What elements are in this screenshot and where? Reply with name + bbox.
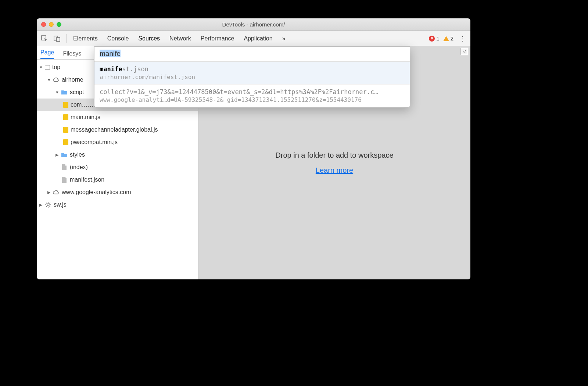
error-count: 1 <box>436 35 439 42</box>
tree-node-file[interactable]: main.min.js <box>37 111 198 124</box>
js-file-icon <box>63 102 68 108</box>
js-file-icon <box>63 127 68 133</box>
tree-label: top <box>52 64 60 71</box>
maximize-window-button[interactable] <box>57 22 61 27</box>
titlebar: DevTools - airhorner.com/ <box>37 18 470 31</box>
svg-line-9 <box>50 206 50 207</box>
tabs-overflow-icon[interactable]: » <box>282 35 286 42</box>
js-file-icon <box>63 114 68 120</box>
cloud-icon <box>53 76 60 83</box>
kebab-menu-icon[interactable]: ⋮ <box>457 33 468 44</box>
tab-network[interactable]: Network <box>169 35 191 42</box>
tree-node-sw[interactable]: sw.js <box>37 199 198 211</box>
caret-icon[interactable] <box>47 78 51 82</box>
tree-label: sw.js <box>54 201 67 208</box>
tab-sources[interactable]: Sources <box>138 35 160 42</box>
window-title: DevTools - airhorner.com/ <box>37 21 470 28</box>
devtools-toolbar: Elements Console Sources Network Perform… <box>37 31 470 46</box>
tab-elements[interactable]: Elements <box>73 35 98 42</box>
caret-icon[interactable] <box>55 153 59 157</box>
result-filename: collect?v=1&_v=j73&a=1244478500&t=event&… <box>100 88 378 96</box>
open-file-result[interactable]: manifest.json airhorner.com/manifest.jso… <box>94 62 410 85</box>
traffic-lights <box>41 22 61 27</box>
tree-label: airhorne <box>62 76 83 83</box>
tab-application[interactable]: Application <box>244 35 272 42</box>
open-file-dialog: manife manifest.json airhorner.com/manif… <box>94 46 410 108</box>
open-file-results: manifest.json airhorner.com/manifest.jso… <box>94 62 410 107</box>
result-path: airhorner.com/manifest.json <box>100 74 405 81</box>
open-file-input[interactable]: manife <box>94 47 410 62</box>
tree-node-file[interactable]: messagechanneladapter.global.js <box>37 124 198 136</box>
cloud-icon <box>53 189 60 196</box>
tree-label: main.min.js <box>71 114 100 121</box>
main-content: Page Filesys top airhorne <box>37 46 470 279</box>
toolbar-status: ✕ 1 2 ⋮ <box>429 33 468 44</box>
toolbar-divider <box>66 34 67 43</box>
open-file-result[interactable]: collect?v=1&_v=j73&a=1244478500&t=event&… <box>94 85 410 107</box>
file-icon <box>61 176 68 183</box>
warning-icon[interactable] <box>443 36 449 41</box>
js-file-icon <box>63 139 68 145</box>
tree-label: styles <box>70 151 85 158</box>
drop-folder-message: Drop in a folder to add to workspace <box>275 151 393 160</box>
tree-label: www.google-analytics.com <box>62 189 131 196</box>
sidebar-tab-filesystem[interactable]: Filesys <box>63 50 81 59</box>
caret-icon[interactable] <box>47 190 51 195</box>
svg-line-8 <box>46 203 47 203</box>
device-toolbar-icon[interactable] <box>51 33 62 44</box>
file-icon <box>61 164 68 171</box>
folder-icon <box>61 151 68 158</box>
warning-count: 2 <box>451 35 453 42</box>
tree-label: script <box>70 89 84 96</box>
caret-icon[interactable] <box>55 90 59 94</box>
svg-line-10 <box>46 206 47 207</box>
sidebar-tab-page[interactable]: Page <box>40 49 54 59</box>
result-filename: manifest.json <box>100 65 148 73</box>
toggle-drawer-icon[interactable]: ◁ <box>460 48 468 55</box>
tree-label: messagechanneladapter.global.js <box>71 126 158 133</box>
inspect-element-icon[interactable] <box>39 33 50 44</box>
svg-point-3 <box>47 204 49 206</box>
error-icon[interactable]: ✕ <box>429 36 435 42</box>
svg-rect-2 <box>57 37 60 42</box>
devtools-window: DevTools - airhorner.com/ Elements Conso… <box>37 18 470 279</box>
gear-icon <box>45 201 51 208</box>
tab-performance[interactable]: Performance <box>201 35 234 42</box>
learn-more-link[interactable]: Learn more <box>316 166 353 175</box>
caret-icon[interactable] <box>39 203 43 207</box>
tree-node-file-index[interactable]: (index) <box>37 161 198 174</box>
tree-label: (index) <box>70 164 88 171</box>
svg-line-11 <box>50 203 50 203</box>
tree-label: pwacompat.min.js <box>71 139 118 146</box>
tab-console[interactable]: Console <box>107 35 129 42</box>
panel-tabs: Elements Console Sources Network Perform… <box>73 35 427 42</box>
tree-node-folder-styles[interactable]: styles <box>37 149 198 161</box>
minimize-window-button[interactable] <box>49 22 54 27</box>
open-file-query: manife <box>100 50 121 57</box>
caret-icon[interactable] <box>39 65 43 69</box>
tree-node-domain-ga[interactable]: www.google-analytics.com <box>37 186 198 199</box>
tree-node-file[interactable]: pwacompat.min.js <box>37 136 198 149</box>
tree-label: manifest.json <box>70 176 104 183</box>
folder-icon <box>61 89 68 96</box>
tree-node-file-manifest[interactable]: manifest.json <box>37 174 198 186</box>
close-window-button[interactable] <box>41 22 46 27</box>
result-path: www.google-analyti…d=UA-59325548-2&_gid=… <box>100 96 405 103</box>
frame-icon <box>45 65 50 69</box>
